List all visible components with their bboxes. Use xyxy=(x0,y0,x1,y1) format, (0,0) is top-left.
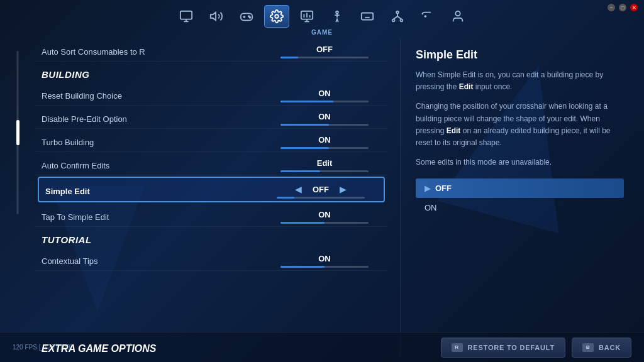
nav-tab-controller[interactable] xyxy=(234,5,259,28)
svg-point-22 xyxy=(392,19,395,22)
simple-edit-right-arrow[interactable]: ▶ xyxy=(340,184,347,194)
option-list: ▶ OFF ON xyxy=(416,178,624,217)
left-sidebar xyxy=(0,38,35,356)
auto-sort-value-container: OFF xyxy=(274,45,375,58)
simple-edit-value-row: ◀ OFF ▶ xyxy=(295,184,347,194)
option-off[interactable]: ▶ OFF xyxy=(416,178,624,198)
info-title: Simple Edit xyxy=(416,48,624,62)
nav-icon-bar xyxy=(174,5,470,28)
info-paragraph-1: When Simple Edit is on, you can edit a b… xyxy=(416,69,624,93)
setting-reset-building[interactable]: Reset Building Choice ON xyxy=(35,82,387,106)
svg-point-27 xyxy=(455,11,460,16)
top-navigation: GAME xyxy=(0,0,644,38)
back-button[interactable]: B BACK xyxy=(572,337,631,358)
turbo-building-value-container: ON xyxy=(274,135,375,149)
info-paragraph-2: Changing the position of your crosshair … xyxy=(416,101,624,149)
tap-simple-slider xyxy=(280,222,369,224)
simple-edit-left-arrow[interactable]: ◀ xyxy=(295,184,302,194)
building-section-header: BUILDING xyxy=(35,62,387,82)
nav-tab-game[interactable] xyxy=(264,5,289,28)
settings-panel: Auto Sort Consumables to R OFF BUILDING … xyxy=(35,38,400,356)
setting-auto-sort[interactable]: Auto Sort Consumables to R OFF xyxy=(35,38,387,62)
simple-edit-value-container: ◀ OFF ▶ xyxy=(270,184,371,199)
active-tab-label: GAME xyxy=(311,29,333,36)
setting-tap-simple[interactable]: Tap To Simple Edit ON xyxy=(35,204,387,227)
scroll-track xyxy=(17,51,19,214)
svg-point-23 xyxy=(401,19,403,22)
auto-confirm-slider xyxy=(280,170,369,172)
info-panel: Simple Edit When Simple Edit is on, you … xyxy=(400,38,639,356)
back-icon: B xyxy=(582,343,594,352)
tutorial-section-header: TUTORIAL xyxy=(35,227,387,248)
main-content: Auto Sort Consumables to R OFF BUILDING … xyxy=(0,38,644,356)
nav-tab-video[interactable] xyxy=(294,5,319,28)
setting-contextual-tips[interactable]: Contextual Tips ON xyxy=(35,248,387,271)
nav-tab-input[interactable] xyxy=(415,5,440,28)
contextual-tips-slider xyxy=(280,266,369,268)
nav-tab-accessibility[interactable] xyxy=(325,5,350,28)
svg-point-8 xyxy=(250,17,251,18)
nav-tab-display[interactable] xyxy=(174,5,199,28)
option-on-label: ON xyxy=(425,203,437,212)
svg-marker-3 xyxy=(211,13,216,21)
option-off-arrow: ▶ xyxy=(425,184,430,193)
svg-line-26 xyxy=(397,16,401,19)
nav-tab-account[interactable] xyxy=(445,5,470,28)
auto-sort-slider xyxy=(280,57,369,58)
svg-point-9 xyxy=(275,14,279,18)
restore-default-button[interactable]: R RESTORE TO DEFAULT xyxy=(441,337,565,358)
simple-edit-slider xyxy=(277,197,365,199)
reset-building-slider xyxy=(280,101,369,102)
back-label: BACK xyxy=(599,344,621,351)
bottom-bar: 120 FPS [_120 | 120] EXTRA GAME OPTIONS … xyxy=(0,332,644,362)
svg-point-14 xyxy=(336,11,338,14)
svg-point-21 xyxy=(396,11,399,14)
restore-label: RESTORE TO DEFAULT xyxy=(468,344,555,351)
turbo-building-slider xyxy=(280,147,369,149)
restore-icon: R xyxy=(452,343,463,352)
nav-tab-network[interactable] xyxy=(385,5,410,28)
disable-pre-edit-value-container: ON xyxy=(274,112,375,126)
svg-rect-0 xyxy=(180,11,192,19)
extra-game-options-label: EXTRA GAME OPTIONS xyxy=(42,343,157,354)
tap-simple-value-container: ON xyxy=(274,210,375,224)
bottom-buttons: R RESTORE TO DEFAULT B BACK xyxy=(441,337,631,358)
info-paragraph-3: Some edits in this mode are unavailable. xyxy=(416,156,624,168)
scroll-thumb[interactable] xyxy=(16,120,19,145)
setting-simple-edit[interactable]: Simple Edit ◀ OFF ▶ xyxy=(38,177,385,202)
option-on[interactable]: ON xyxy=(416,198,624,217)
svg-line-25 xyxy=(394,16,397,19)
option-off-label: OFF xyxy=(435,184,452,193)
contextual-tips-value-container: ON xyxy=(274,254,375,268)
nav-tab-keyboard[interactable] xyxy=(355,5,380,28)
setting-disable-pre-edit[interactable]: Disable Pre-Edit Option ON xyxy=(35,106,387,129)
nav-tab-audio[interactable] xyxy=(204,5,229,28)
setting-auto-confirm[interactable]: Auto Confirm Edits Edit xyxy=(35,152,387,175)
reset-building-value-container: ON xyxy=(274,89,375,102)
disable-pre-edit-slider xyxy=(280,124,369,126)
setting-turbo-building[interactable]: Turbo Building ON xyxy=(35,129,387,152)
auto-confirm-value-container: Edit xyxy=(274,158,375,172)
settings-list: Auto Sort Consumables to R OFF BUILDING … xyxy=(35,38,387,271)
svg-rect-15 xyxy=(362,13,373,20)
